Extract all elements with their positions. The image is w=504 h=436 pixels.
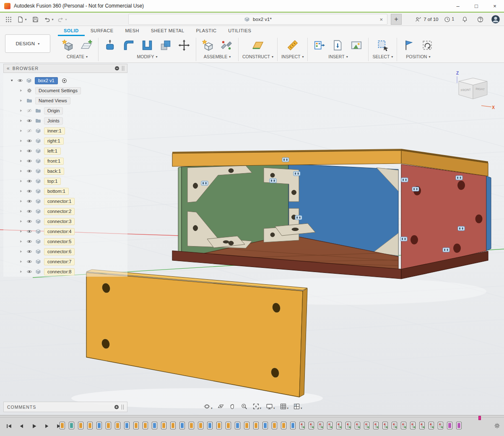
browser-row[interactable]: back:1 <box>3 166 127 176</box>
expand-arrow-icon[interactable] <box>18 198 24 205</box>
expand-arrow-icon[interactable] <box>18 127 24 134</box>
browser-item-label[interactable]: Named Views <box>35 97 70 104</box>
box-assembly[interactable] <box>172 149 491 279</box>
browser-row[interactable]: connector:5 <box>3 236 127 247</box>
browser-item-label[interactable]: connector:4 <box>44 228 75 235</box>
expand-arrow-icon[interactable] <box>18 208 24 215</box>
viewport[interactable]: « BROWSER box2 v1 Document SettingsNamed… <box>0 63 504 415</box>
expand-arrow-icon[interactable] <box>18 218 24 225</box>
timeline-feature-joint[interactable] <box>438 422 443 429</box>
timeline-feature-joint[interactable] <box>410 422 416 429</box>
timeline-feature-extrude[interactable] <box>96 422 102 429</box>
browser-item-label[interactable]: connector:7 <box>44 258 75 265</box>
timeline-feature-component[interactable] <box>189 422 194 429</box>
step-back-button[interactable] <box>17 421 26 431</box>
timeline-feature-joint[interactable] <box>364 422 369 429</box>
expand-arrow-icon[interactable] <box>18 87 24 94</box>
browser-row[interactable]: connector:8 <box>3 267 127 277</box>
add-comment-icon[interactable] <box>114 404 120 410</box>
collapse-panel-icon[interactable]: « <box>7 65 10 71</box>
insert-derive-icon[interactable] <box>312 37 327 53</box>
timeline-feature-joint[interactable] <box>373 422 379 429</box>
timeline-feature-component[interactable] <box>170 422 176 429</box>
tab-surface[interactable]: SURFACE <box>85 26 120 36</box>
timeline-feature-joint[interactable] <box>309 422 314 429</box>
visibility-eye-icon[interactable] <box>26 158 33 164</box>
browser-row[interactable]: connector:6 <box>3 247 127 257</box>
expand-arrow-icon[interactable] <box>18 268 24 275</box>
browser-row[interactable]: connector:3 <box>3 216 127 226</box>
minimize-button[interactable]: – <box>449 0 467 12</box>
timeline-feature-component[interactable] <box>281 422 286 429</box>
browser-item-label[interactable]: connector:8 <box>44 268 75 275</box>
recent-activity-button[interactable]: 1 <box>444 16 454 23</box>
timeline-feature-component[interactable] <box>253 422 259 429</box>
visibility-eye-icon[interactable] <box>26 168 33 174</box>
visibility-eye-icon[interactable] <box>26 268 33 275</box>
modify-dropdown[interactable]: MODIFY▾ <box>137 54 158 59</box>
pan-button[interactable] <box>228 401 237 411</box>
browser-row[interactable]: connector:1 <box>3 196 127 206</box>
browser-row[interactable]: Joints <box>3 116 127 126</box>
expand-arrow-icon[interactable] <box>18 107 24 114</box>
timeline-feature-component[interactable] <box>106 422 111 429</box>
browser-row[interactable]: top:1 <box>3 176 127 186</box>
timeline-feature-extrude[interactable] <box>235 422 240 429</box>
browser-row[interactable]: connector:4 <box>3 226 127 236</box>
combine-icon[interactable] <box>158 37 174 53</box>
expand-arrow-icon[interactable] <box>18 258 24 265</box>
timeline-feature-component[interactable] <box>143 422 148 429</box>
timeline-feature-align[interactable] <box>456 422 462 429</box>
timeline-feature-joint[interactable] <box>392 422 397 429</box>
joint-icon[interactable] <box>218 37 234 53</box>
position-dropdown[interactable]: POSITION▾ <box>406 54 430 59</box>
help-button[interactable] <box>475 14 485 25</box>
front-panel-body[interactable] <box>86 270 307 397</box>
browser-header[interactable]: « BROWSER <box>3 64 127 73</box>
timeline-track[interactable] <box>0 417 504 418</box>
visibility-eye-icon[interactable] <box>26 138 33 144</box>
timeline-feature-joint[interactable] <box>336 422 342 429</box>
measure-icon[interactable] <box>285 37 301 53</box>
timeline-feature-component[interactable] <box>60 422 65 429</box>
save-button[interactable] <box>30 14 40 25</box>
fit-button[interactable]: ▾ <box>251 401 263 411</box>
tab-plastic[interactable]: PLASTIC <box>190 26 223 36</box>
new-document-tab-button[interactable]: + <box>391 14 402 25</box>
press-pull-icon[interactable] <box>102 37 118 53</box>
comments-panel[interactable]: COMMENTS <box>3 402 127 412</box>
browser-item-label[interactable]: connector:6 <box>44 248 75 255</box>
browser-row[interactable]: bottom:1 <box>3 186 127 196</box>
visibility-eye-icon[interactable] <box>26 188 33 195</box>
timeline-feature-extrude[interactable] <box>290 422 296 429</box>
expand-arrow-icon[interactable] <box>18 248 24 255</box>
close-button[interactable]: × <box>486 0 504 12</box>
tab-mesh[interactable]: MESH <box>119 26 145 36</box>
redo-button[interactable]: ▾ <box>57 14 67 25</box>
timeline-feature-component[interactable] <box>87 422 93 429</box>
grid-settings-button[interactable]: ▾ <box>278 401 290 411</box>
move-copy-icon[interactable] <box>176 37 192 53</box>
browser-item-label[interactable]: connector:3 <box>44 218 75 225</box>
timeline-feature-component[interactable] <box>244 422 249 429</box>
activate-component-radio[interactable] <box>61 78 68 84</box>
avatar[interactable] <box>491 14 501 24</box>
visibility-eye-icon[interactable] <box>26 258 33 265</box>
timeline-feature-component[interactable] <box>226 422 231 429</box>
construct-dropdown[interactable]: CONSTRUCT▾ <box>242 54 273 59</box>
insert-dropdown[interactable]: INSERT▾ <box>328 54 348 59</box>
timeline-feature-component[interactable] <box>78 422 83 429</box>
construct-plane-icon[interactable] <box>250 37 266 53</box>
expand-arrow-icon[interactable] <box>18 138 24 144</box>
canvas-icon[interactable] <box>348 37 364 53</box>
browser-item-label[interactable]: Origin <box>44 107 63 114</box>
new-component-icon[interactable] <box>200 37 216 53</box>
orbit-button[interactable]: ▾ <box>202 401 214 411</box>
create-dropdown[interactable]: CREATE▾ <box>67 54 88 59</box>
workspace-switcher[interactable]: DESIGN ▾ <box>5 34 50 53</box>
select-dropdown[interactable]: SELECT▾ <box>372 54 393 59</box>
timeline-feature-sketch[interactable] <box>69 422 74 429</box>
expand-arrow-icon[interactable] <box>18 148 24 154</box>
job-status-button[interactable]: 7 of 10 <box>415 16 438 23</box>
expand-arrow-icon[interactable] <box>8 77 15 84</box>
